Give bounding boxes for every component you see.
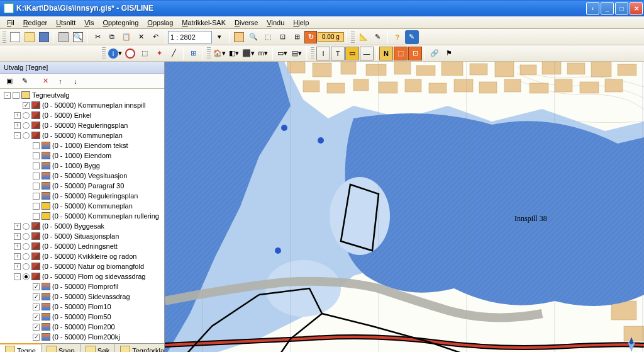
tree-node[interactable]: ✓(0 - 50000) Sidevassdrag <box>1 292 163 302</box>
extra-button[interactable]: ‹ <box>586 2 599 15</box>
info-tool[interactable]: i▾ <box>108 47 123 60</box>
radio-icon[interactable] <box>23 132 30 139</box>
tree-node[interactable]: -(0 - 50000) Flom og sidevassdrag <box>1 271 163 281</box>
checkbox-icon[interactable]: ✓ <box>33 334 40 341</box>
toolbar-grip[interactable] <box>3 31 6 43</box>
radio-icon[interactable] <box>23 253 30 260</box>
grid-button[interactable]: ⊞ <box>290 30 304 44</box>
refresh-button[interactable]: ↻ <box>304 31 317 43</box>
tree-node[interactable]: (0 - 1000) Bygg <box>1 161 163 171</box>
radio-icon[interactable] <box>23 112 30 119</box>
checkbox-icon[interactable]: ✓ <box>33 324 40 331</box>
help-button[interactable]: ? <box>391 30 404 44</box>
tree-node[interactable]: +(0 - 5000) Byggesak <box>1 221 163 231</box>
select-tool[interactable]: ⬚ <box>138 47 152 60</box>
tree-node[interactable]: ✓(0 - 50000) Flomprofil <box>1 281 163 292</box>
tree-node[interactable]: ✓(0 - 50000) Flom10 <box>1 302 163 312</box>
menu-opptegning[interactable]: Opptegning <box>98 18 143 28</box>
toolbar-grip-5[interactable] <box>311 47 314 60</box>
new-button[interactable] <box>8 30 22 44</box>
tree-node[interactable]: (0 - 1000) Eiendom <box>1 150 163 161</box>
checkbox-icon[interactable] <box>33 213 40 220</box>
checkbox-icon[interactable] <box>33 152 40 159</box>
expand-icon[interactable]: + <box>14 243 21 250</box>
tree-node[interactable]: (0 - 50000) Kommuneplan <box>1 201 163 211</box>
tree-down[interactable]: ↓ <box>69 74 82 88</box>
zoom-window-button[interactable]: ⬚ <box>261 30 275 44</box>
open-button[interactable] <box>23 30 36 44</box>
m-tool[interactable]: m▾ <box>256 47 270 60</box>
expand-icon[interactable]: - <box>14 273 21 280</box>
pan-button[interactable] <box>232 30 246 44</box>
checkbox-icon[interactable] <box>33 142 40 149</box>
menu-fil[interactable]: Fil <box>3 18 19 28</box>
layer-b-tool[interactable]: ◧▾ <box>227 47 241 60</box>
radio-icon[interactable] <box>23 243 30 250</box>
map-viewport[interactable]: Innspill 38 <box>165 62 644 352</box>
minimize-button[interactable]: _ <box>601 2 614 15</box>
mode-t-button[interactable]: T <box>331 47 345 60</box>
menu-matrikkel-sak[interactable]: Matrikkel-SAK <box>177 18 230 28</box>
tree-node[interactable]: (0 - 50000) Paragraf 30 <box>1 181 163 191</box>
tree-node[interactable]: (0 - 50000) Reguleringsplan <box>1 191 163 201</box>
save-button[interactable] <box>37 30 51 44</box>
copy-button[interactable]: ⧉ <box>105 30 119 44</box>
radio-icon[interactable] <box>23 263 30 270</box>
menu-vis[interactable]: Vis <box>80 18 98 28</box>
link-tool[interactable]: 🔗 <box>428 47 441 60</box>
toolbar-grip-3[interactable] <box>102 47 106 60</box>
measure-button[interactable]: 📐 <box>357 30 370 44</box>
toolbar-grip-4[interactable] <box>207 47 211 60</box>
zoom-extent-button[interactable]: ⊡ <box>275 30 289 44</box>
checkbox-icon[interactable]: ✓ <box>33 293 40 300</box>
checkbox-icon[interactable]: ✓ <box>33 304 40 310</box>
tree-tool-2[interactable]: ✎ <box>18 74 31 88</box>
expand-icon[interactable]: + <box>14 263 21 270</box>
sidebar-tab-snap[interactable]: Snap <box>42 344 80 352</box>
about-button[interactable]: ✎ <box>405 30 419 44</box>
expand-icon[interactable]: - <box>14 132 21 139</box>
print-button[interactable] <box>57 30 70 44</box>
checkbox-icon[interactable] <box>33 173 40 179</box>
flag-tool[interactable]: ⚑ <box>442 47 456 60</box>
checkbox-icon[interactable] <box>33 193 40 200</box>
tree-node[interactable]: ✓(0 - 50000) Kommuneplan innspill <box>1 100 163 110</box>
tree-node[interactable]: (0 - 1000) Eiendom tekst <box>1 140 163 150</box>
tree-tool-1[interactable]: ▣ <box>3 74 16 88</box>
radio-icon[interactable] <box>23 122 30 129</box>
tree-node[interactable]: -Tegneutvalg <box>1 90 163 100</box>
preview-button[interactable]: 🔍 <box>71 30 85 44</box>
tree-node[interactable]: +(0 - 50000) Natur og biomangfold <box>1 261 163 271</box>
tree-node[interactable]: +(0 - 50000) Ledningsnett <box>1 241 163 251</box>
undo-button[interactable]: ↶ <box>148 30 162 44</box>
menu-vindu[interactable]: Vindu <box>262 18 289 28</box>
expand-icon[interactable]: + <box>14 253 21 260</box>
point-tool[interactable]: ✦ <box>152 47 166 60</box>
menu-hjelp[interactable]: Hjelp <box>289 18 313 28</box>
delete-button[interactable]: ✕ <box>134 30 148 44</box>
checkbox-icon[interactable] <box>33 162 40 169</box>
layer-c-tool[interactable]: ⬛▾ <box>242 47 255 60</box>
tree-node[interactable]: +(0 - 50000) Reguleringsplan <box>1 120 163 130</box>
zoom-button[interactable]: 🔍 <box>247 30 260 44</box>
tree-node[interactable]: +(0 - 50000) Kvikkleire og radon <box>1 251 163 261</box>
orange-a-button[interactable]: ⬚ <box>394 47 408 60</box>
toolbar-grip-2[interactable] <box>351 31 355 43</box>
menu-rediger[interactable]: Rediger <box>19 18 52 28</box>
layer-a-tool[interactable]: 🏠▾ <box>213 47 226 60</box>
expand-icon[interactable]: + <box>14 233 21 240</box>
checkbox-icon[interactable] <box>33 203 40 210</box>
edit-button[interactable]: ✎ <box>371 30 385 44</box>
checkbox-icon[interactable]: ✓ <box>33 314 40 321</box>
checkbox-icon[interactable]: ✓ <box>33 283 40 290</box>
prop-tool[interactable]: ▭▾ <box>275 47 289 60</box>
maximize-button[interactable]: □ <box>615 2 628 15</box>
tree-node[interactable]: (0 - 50000) Vegsituasjon <box>1 171 163 181</box>
tree-node[interactable]: (0 - 50000) Kommuneplan rullering <box>1 211 163 221</box>
tree-node[interactable]: ✓(0 - 50000) Flom50 <box>1 312 163 322</box>
grid-tool[interactable]: ⊞ <box>186 47 200 60</box>
mode-i-button[interactable]: I <box>316 47 330 60</box>
tree-node[interactable]: +(0 - 5000) Situasjonsplan <box>1 231 163 241</box>
checkbox-icon[interactable] <box>13 92 19 99</box>
sidebar-tab-søk[interactable]: Søk <box>80 344 116 352</box>
